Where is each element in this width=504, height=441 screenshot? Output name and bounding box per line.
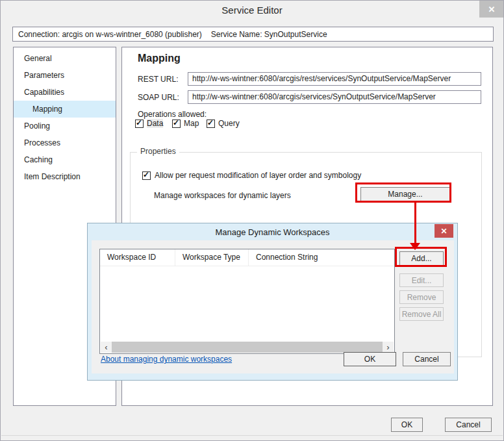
column-header-workspace-type[interactable]: Workspace Type xyxy=(175,249,249,266)
workspaces-table[interactable]: Workspace ID Workspace Type Connection S… xyxy=(99,249,395,354)
checkbox-map[interactable]: ✓ Map xyxy=(172,119,199,128)
dialog-title: Manage Dynamic Workspaces xyxy=(88,227,457,237)
scroll-left-icon[interactable]: ‹ xyxy=(101,342,112,353)
scrollbar-track[interactable] xyxy=(112,342,383,353)
close-icon[interactable]: ✕ xyxy=(479,1,504,18)
column-header-workspace-id[interactable]: Workspace ID xyxy=(100,249,175,266)
cancel-button[interactable]: Cancel xyxy=(445,418,492,432)
remove-button[interactable]: Remove xyxy=(399,290,444,304)
service-editor-window: Service Editor ✕ Connection: arcgis on w… xyxy=(0,0,504,441)
remove-all-button[interactable]: Remove All xyxy=(399,307,444,321)
manage-button-highlight xyxy=(355,183,451,203)
edit-button[interactable]: Edit... xyxy=(399,273,444,287)
checkbox-map-label: Map xyxy=(184,119,199,128)
connection-text: Connection: arcgis on w-ws-wintner_6080 … xyxy=(18,30,202,39)
rest-url-label: REST URL: xyxy=(138,75,178,84)
window-bottom-divider xyxy=(1,435,503,436)
checkbox-allow-per-request[interactable]: ✓ Allow per request modification of laye… xyxy=(142,171,361,180)
soap-url-label: SOAP URL: xyxy=(138,93,179,102)
sidebar-item-caching[interactable]: Caching xyxy=(14,151,116,168)
checkbox-query[interactable]: ✓ Query xyxy=(207,119,240,128)
checkbox-data-label: Data xyxy=(147,119,163,128)
checkbox-query-label: Query xyxy=(218,119,240,128)
dialog-close-icon[interactable]: ✕ xyxy=(435,224,453,238)
dialog-ok-button[interactable]: OK xyxy=(344,352,396,366)
checkbox-icon[interactable]: ✓ xyxy=(207,120,215,128)
service-name-text: Service Name: SynOutputService xyxy=(211,30,327,39)
connection-bar: Connection: arcgis on w-ws-wintner_6080 … xyxy=(12,27,494,42)
sidebar-item-general[interactable]: General xyxy=(14,50,116,67)
properties-legend: Properties xyxy=(137,147,179,156)
sidebar-item-capabilities[interactable]: Capabilities xyxy=(14,84,116,101)
dialog-cancel-button[interactable]: Cancel xyxy=(403,352,451,366)
annotation-arrow-line xyxy=(414,203,416,243)
sidebar-item-processes[interactable]: Processes xyxy=(14,134,116,151)
sidebar-item-mapping[interactable]: Mapping xyxy=(14,101,116,118)
soap-url-field[interactable]: http://w-ws-wintner:6080/arcgis/services… xyxy=(188,90,481,104)
allow-per-request-label: Allow per request modification of layer … xyxy=(155,171,361,180)
rest-url-field[interactable]: http://w-ws-wintner:6080/arcgis/rest/ser… xyxy=(188,72,481,86)
horizontal-scrollbar[interactable]: ‹ › xyxy=(101,342,394,353)
checkbox-data[interactable]: ✓ Data xyxy=(135,119,163,128)
sidebar-item-pooling[interactable]: Pooling xyxy=(14,118,116,134)
checkbox-icon[interactable]: ✓ xyxy=(142,171,151,180)
scroll-right-icon[interactable]: › xyxy=(383,342,394,353)
sidebar-item-item-description[interactable]: Item Description xyxy=(14,168,116,185)
window-title: Service Editor xyxy=(1,5,503,16)
checkbox-icon[interactable]: ✓ xyxy=(135,120,144,128)
manage-workspaces-label: Manage workspaces for dynamic layers xyxy=(154,191,291,200)
page-title: Mapping xyxy=(138,53,181,64)
sidebar-item-parameters[interactable]: Parameters xyxy=(14,67,116,84)
column-header-connection-string[interactable]: Connection String xyxy=(249,249,394,266)
add-button-highlight xyxy=(395,247,447,267)
table-header-row: Workspace ID Workspace Type Connection S… xyxy=(100,249,394,266)
ok-button[interactable]: OK xyxy=(391,418,423,432)
checkbox-icon[interactable]: ✓ xyxy=(172,120,181,128)
about-managing-dynamic-workspaces-link[interactable]: About managing dynamic workspaces xyxy=(101,355,232,364)
